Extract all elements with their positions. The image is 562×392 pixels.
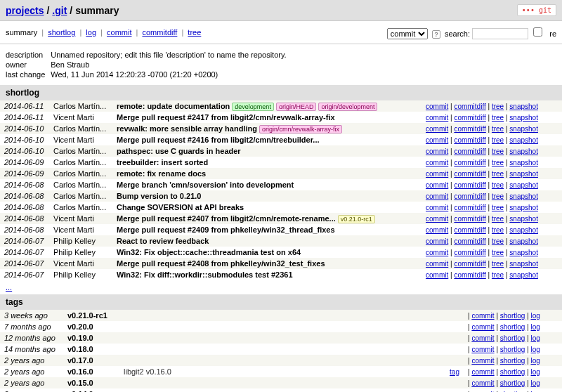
action-shortlog[interactable]: shortlog — [500, 346, 525, 353]
action-tree[interactable]: tree — [492, 159, 504, 166]
ref-badge[interactable]: origin/development — [318, 103, 377, 111]
action-commit[interactable]: commit — [426, 237, 448, 245]
action-snapshot[interactable]: snapshot — [509, 136, 538, 144]
ref-badge[interactable]: development — [232, 103, 274, 111]
action-tree[interactable]: tree — [492, 215, 504, 223]
nav-tree[interactable]: tree — [188, 28, 201, 37]
action-commit[interactable]: commit — [471, 334, 494, 342]
action-commit[interactable]: commit — [471, 379, 494, 387]
action-tree[interactable]: tree — [492, 204, 504, 211]
action-commit[interactable]: commit — [426, 226, 448, 234]
action-snapshot[interactable]: snapshot — [509, 103, 538, 110]
tag-name[interactable]: v0.20.0 — [63, 321, 119, 332]
action-tree[interactable]: tree — [492, 148, 504, 155]
action-snapshot[interactable]: snapshot — [509, 181, 538, 189]
action-tree[interactable]: tree — [492, 271, 504, 279]
action-tree[interactable]: tree — [492, 170, 504, 178]
nav-log[interactable]: log — [86, 28, 96, 37]
action-log[interactable]: log — [531, 312, 540, 320]
help-icon[interactable]: ? — [432, 30, 440, 39]
action-commitdiff[interactable]: commitdiff — [454, 192, 485, 200]
action-log[interactable]: log — [531, 357, 540, 365]
action-tree[interactable]: tree — [492, 237, 504, 245]
action-commit[interactable]: commit — [426, 249, 448, 256]
commit-subject[interactable]: Merge pull request #2417 from libgit2/cm… — [112, 112, 422, 123]
action-snapshot[interactable]: snapshot — [509, 237, 538, 245]
action-commitdiff[interactable]: commitdiff — [454, 237, 485, 245]
action-log[interactable]: log — [531, 323, 540, 331]
commit-subject[interactable]: pathspec: use C guards in header — [112, 145, 422, 157]
action-commitdiff[interactable]: commitdiff — [454, 103, 485, 110]
ref-badge[interactable]: origin/cmn/revwalk-array-fix — [259, 125, 342, 133]
search-type-select[interactable]: commit — [387, 28, 428, 39]
action-commitdiff[interactable]: commitdiff — [454, 148, 485, 155]
breadcrumb-repo[interactable]: .git — [52, 5, 67, 16]
shortlog-more[interactable]: ... — [6, 283, 12, 292]
regex-checkbox[interactable] — [533, 27, 542, 37]
action-commit[interactable]: commit — [471, 368, 494, 376]
action-commitdiff[interactable]: commitdiff — [454, 204, 485, 211]
tag-name[interactable]: v0.19.0 — [63, 332, 119, 344]
action-snapshot[interactable]: snapshot — [509, 159, 538, 166]
commit-subject[interactable]: Merge pull request #2416 from libgit2/cm… — [112, 134, 422, 145]
action-snapshot[interactable]: snapshot — [509, 271, 538, 279]
action-commitdiff[interactable]: commitdiff — [454, 181, 485, 189]
action-commitdiff[interactable]: commitdiff — [454, 260, 485, 268]
action-tree[interactable]: tree — [492, 136, 504, 144]
commit-subject[interactable]: revwalk: more sensible array handlingori… — [112, 123, 422, 134]
action-commitdiff[interactable]: commitdiff — [454, 159, 485, 166]
action-shortlog[interactable]: shortlog — [500, 357, 525, 365]
action-commitdiff[interactable]: commitdiff — [454, 249, 485, 256]
action-commit[interactable]: commit — [471, 312, 494, 320]
action-shortlog[interactable]: shortlog — [500, 368, 525, 376]
tag-name[interactable]: v0.18.0 — [63, 344, 119, 355]
action-tree[interactable]: tree — [492, 125, 504, 133]
action-commitdiff[interactable]: commitdiff — [454, 114, 485, 122]
action-snapshot[interactable]: snapshot — [509, 249, 538, 256]
action-tree[interactable]: tree — [492, 249, 504, 256]
commit-subject[interactable]: remote: update documentationdevelopmento… — [112, 100, 422, 112]
breadcrumb-root[interactable]: projects — [6, 5, 44, 16]
action-tree[interactable]: tree — [492, 192, 504, 200]
action-snapshot[interactable]: snapshot — [509, 215, 538, 223]
ref-badge[interactable]: v0.21.0-rc1 — [338, 215, 375, 223]
nav-commitdiff[interactable]: commitdiff — [142, 28, 177, 37]
action-commit[interactable]: commit — [426, 204, 448, 211]
action-commit[interactable]: commit — [426, 170, 448, 178]
action-shortlog[interactable]: shortlog — [500, 323, 525, 331]
action-shortlog[interactable]: shortlog — [500, 334, 525, 342]
tag-name[interactable]: v0.16.0 — [63, 366, 119, 377]
action-commit[interactable]: commit — [426, 159, 448, 166]
commit-subject[interactable]: Merge branch 'cmn/soversion' into develo… — [112, 179, 422, 190]
action-snapshot[interactable]: snapshot — [509, 192, 538, 200]
action-commit[interactable]: commit — [426, 148, 448, 155]
commit-subject[interactable]: Win32: Fix diff::workdir::submodules tes… — [112, 269, 422, 280]
tag-name[interactable]: v0.17.0 — [63, 355, 119, 366]
action-commitdiff[interactable]: commitdiff — [454, 125, 485, 133]
action-commit[interactable]: commit — [426, 215, 448, 223]
action-commit[interactable]: commit — [426, 125, 448, 133]
commit-subject[interactable]: Merge pull request #2408 from phkelley/w… — [112, 258, 422, 269]
action-commitdiff[interactable]: commitdiff — [454, 136, 485, 144]
tag-name[interactable]: v0.15.0 — [63, 377, 119, 388]
ref-badge[interactable]: origin/HEAD — [276, 103, 317, 111]
nav-commit[interactable]: commit — [107, 28, 131, 37]
action-snapshot[interactable]: snapshot — [509, 125, 538, 133]
action-commit[interactable]: commit — [471, 346, 494, 353]
action-commitdiff[interactable]: commitdiff — [454, 271, 485, 279]
action-commitdiff[interactable]: commitdiff — [454, 170, 485, 178]
action-shortlog[interactable]: shortlog — [500, 379, 525, 387]
tag-name[interactable]: v0.14.0 — [63, 388, 119, 392]
action-commit[interactable]: commit — [426, 103, 448, 110]
action-log[interactable]: log — [531, 379, 540, 387]
action-commit[interactable]: commit — [426, 271, 448, 279]
action-tag[interactable]: tag — [450, 368, 459, 376]
commit-subject[interactable]: React to review feedback — [112, 235, 422, 247]
search-input[interactable] — [472, 28, 528, 39]
action-commit[interactable]: commit — [426, 114, 448, 122]
action-log[interactable]: log — [531, 368, 540, 376]
commit-subject[interactable]: remote: fix rename docs — [112, 168, 422, 179]
action-snapshot[interactable]: snapshot — [509, 114, 538, 122]
action-log[interactable]: log — [531, 334, 540, 342]
action-snapshot[interactable]: snapshot — [509, 148, 538, 155]
